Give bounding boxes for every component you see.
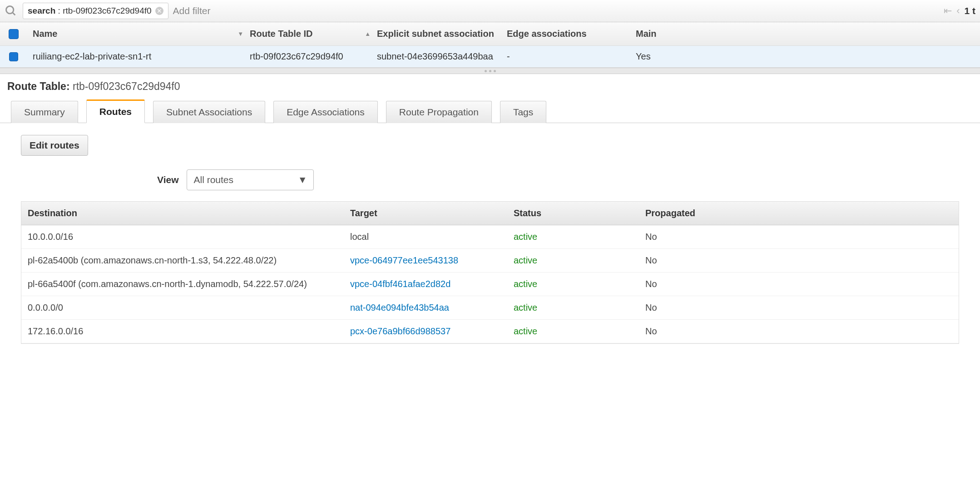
cell-destination: pl-66a5400f (com.amazonaws.cn-north-1.dy… — [21, 273, 344, 296]
routes-panel: Edit routes View All routes ▼ Destinatio… — [0, 123, 980, 356]
cell-status: active — [507, 296, 639, 319]
svg-point-0 — [6, 6, 14, 14]
page-prev-icon[interactable]: ‹ — [956, 5, 960, 17]
filter-value: rtb-09f023c67c29d94f0 — [63, 6, 151, 16]
cell-edge: - — [504, 51, 636, 62]
edit-routes-button[interactable]: Edit routes — [21, 135, 88, 156]
cell-propagated: No — [639, 225, 959, 248]
tab-summary[interactable]: Summary — [11, 101, 78, 123]
col-target[interactable]: Target — [344, 202, 507, 225]
cell-status: active — [507, 320, 639, 343]
page-first-icon[interactable]: ⇤ — [944, 5, 952, 17]
routes-header-row: Destination Target Status Propagated — [21, 202, 959, 225]
view-label: View — [157, 174, 178, 185]
cell-target: vpce-064977ee1ee543138 — [344, 249, 507, 272]
col-name[interactable]: Name ▼ — [27, 29, 250, 39]
routes-row: 10.0.0.0/16localactiveNo — [21, 225, 959, 249]
svg-line-1 — [13, 13, 15, 15]
filter-bar: search : rtb-09f023c67c29d94f0 ✕ Add fil… — [0, 0, 980, 22]
cell-propagated: No — [639, 320, 959, 343]
table-row[interactable]: ruiliang-ec2-lab-private-sn1-rt rtb-09f0… — [0, 46, 980, 68]
tab-tags[interactable]: Tags — [500, 101, 546, 123]
cell-main: Yes — [636, 51, 699, 62]
pager: ⇤ ‹ 1 t — [937, 5, 975, 17]
select-all-checkbox[interactable] — [0, 29, 27, 39]
cell-destination: 0.0.0.0/0 — [21, 296, 344, 319]
cell-name: ruiliang-ec2-lab-private-sn1-rt — [27, 51, 250, 62]
routes-row: pl-66a5400f (com.amazonaws.cn-north-1.dy… — [21, 273, 959, 296]
status-badge: active — [514, 232, 537, 242]
search-icon — [5, 5, 17, 17]
col-propagated[interactable]: Propagated — [639, 202, 959, 225]
tab-routes[interactable]: Routes — [86, 99, 145, 123]
cell-route-table-id: rtb-09f023c67c29d94f0 — [250, 51, 377, 62]
target-link[interactable]: vpce-04fbf461afae2d82d — [350, 279, 450, 289]
cell-status: active — [507, 273, 639, 296]
sort-icon: ▼ — [238, 30, 243, 37]
target-link[interactable]: pcx-0e76a9bf66d988537 — [350, 326, 450, 336]
filter-key: search — [28, 6, 55, 16]
view-select[interactable]: All routes ▼ — [187, 169, 314, 190]
sort-asc-icon: ▲ — [365, 30, 371, 37]
view-filter-row: View All routes ▼ — [157, 169, 959, 190]
cell-target: pcx-0e76a9bf66d988537 — [344, 320, 507, 343]
col-destination[interactable]: Destination — [21, 202, 344, 225]
add-filter-input[interactable]: Add filter — [173, 5, 938, 16]
target-link[interactable]: vpce-064977ee1ee543138 — [350, 255, 458, 265]
panel-splitter[interactable] — [0, 68, 980, 74]
col-main[interactable]: Main — [636, 29, 699, 39]
cell-propagated: No — [639, 296, 959, 319]
tab-subnet-associations[interactable]: Subnet Associations — [153, 101, 265, 123]
cell-destination: 172.16.0.0/16 — [21, 320, 344, 343]
routes-row: 0.0.0.0/0nat-094e094bfe43b54aaactiveNo — [21, 296, 959, 320]
page-count: 1 t — [964, 5, 975, 16]
col-status[interactable]: Status — [507, 202, 639, 225]
routes-row: 172.16.0.0/16pcx-0e76a9bf66d988537active… — [21, 320, 959, 343]
cell-target: vpce-04fbf461afae2d82d — [344, 273, 507, 296]
detail-value: rtb-09f023c67c29d94f0 — [73, 80, 180, 92]
target-link[interactable]: nat-094e094bfe43b54aa — [350, 303, 449, 312]
cell-propagated: No — [639, 249, 959, 272]
remove-filter-icon[interactable]: ✕ — [155, 7, 163, 15]
route-table-list: Name ▼ Route Table ID ▲ Explicit subnet … — [0, 22, 980, 68]
detail-header: Route Table: rtb-09f023c67c29d94f0 — [0, 74, 980, 99]
cell-propagated: No — [639, 273, 959, 296]
cell-subnet: subnet-04e3699653a449baa — [377, 51, 504, 62]
status-badge: active — [514, 255, 537, 265]
col-edge-associations[interactable]: Edge associations — [504, 29, 636, 39]
cell-destination: pl-62a5400b (com.amazonaws.cn-north-1.s3… — [21, 249, 344, 272]
cell-destination: 10.0.0.0/16 — [21, 225, 344, 248]
tab-edge-associations[interactable]: Edge Associations — [273, 101, 378, 123]
cell-status: active — [507, 225, 639, 248]
cell-target: nat-094e094bfe43b54aa — [344, 296, 507, 319]
status-badge: active — [514, 279, 537, 289]
status-badge: active — [514, 303, 537, 312]
detail-label: Route Table: — [7, 80, 70, 92]
status-badge: active — [514, 326, 537, 336]
row-checkbox[interactable] — [0, 52, 27, 61]
detail-tabs: Summary Routes Subnet Associations Edge … — [0, 99, 980, 123]
filter-chip[interactable]: search : rtb-09f023c67c29d94f0 ✕ — [23, 3, 168, 19]
cell-target: local — [344, 225, 507, 248]
view-selected-value: All routes — [193, 174, 233, 185]
chevron-down-icon: ▼ — [298, 174, 307, 185]
routes-table: Destination Target Status Propagated 10.… — [21, 201, 959, 344]
tab-route-propagation[interactable]: Route Propagation — [386, 101, 492, 123]
cell-status: active — [507, 249, 639, 272]
table-header-row: Name ▼ Route Table ID ▲ Explicit subnet … — [0, 22, 980, 46]
col-route-table-id[interactable]: Route Table ID ▲ — [250, 29, 377, 39]
routes-row: pl-62a5400b (com.amazonaws.cn-north-1.s3… — [21, 249, 959, 273]
col-subnet-association[interactable]: Explicit subnet association — [377, 29, 504, 39]
